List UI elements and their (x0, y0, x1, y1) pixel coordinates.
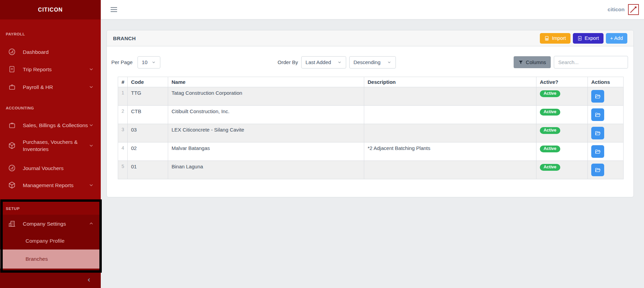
hamburger-icon[interactable] (111, 7, 117, 12)
column-header-name: Name (168, 77, 364, 87)
speedometer-icon (7, 164, 16, 172)
file-text-icon (7, 65, 16, 73)
sidebar-item-label: Trip Reports (23, 66, 52, 73)
sidebar-item-payroll-hr[interactable]: Payroll & HR (0, 78, 101, 96)
navbar-brand-text: citicon (608, 6, 625, 13)
status-badge: Active (540, 127, 560, 134)
sidebar-item-dashboard[interactable]: Dashboard (0, 43, 101, 61)
open-folder-button[interactable] (591, 108, 604, 121)
export-button[interactable]: Export (573, 33, 603, 44)
chevron-down-icon (337, 60, 342, 64)
section-label-setup-row: SETUP (0, 202, 101, 215)
sidebar-subitem-branches[interactable]: Branches (0, 249, 101, 269)
sidebar-item-purchases-vouchers-inventories[interactable]: Purchases, Vouchers & Inventories (0, 135, 101, 156)
cell-active: Active (536, 161, 588, 179)
per-page-label: Per Page (111, 59, 133, 65)
building-icon (7, 219, 16, 228)
column-header-number: # (118, 77, 128, 87)
sidebar-item-company-settings[interactable]: Company Settings (0, 215, 101, 232)
sidebar: CITICON PAYROLL Dashboard Trip Reports P… (0, 0, 101, 288)
cell-actions (588, 161, 624, 179)
order-by-select[interactable]: Last Added (301, 56, 346, 69)
sidebar-item-label: Payroll & HR (23, 84, 53, 91)
chevron-down-icon (88, 143, 94, 148)
page-title: BRANCH (113, 35, 136, 41)
status-badge: Active (540, 90, 560, 97)
main-area: citicon BRANCH Impo (101, 0, 644, 288)
cell-name: Tatag Construction Corporation (168, 87, 364, 106)
open-folder-button[interactable] (591, 90, 604, 103)
sidebar-subitem-label: Branches (26, 256, 48, 262)
cube-icon (7, 141, 16, 150)
cell-description (364, 161, 536, 179)
top-navbar: citicon (101, 0, 644, 19)
chevron-left-icon[interactable] (86, 277, 92, 283)
add-button-label: + Add (610, 35, 623, 41)
table-row: 3 03 LEX Citiconcrete - Silang Cavite Ac… (118, 124, 624, 142)
wallet-icon (7, 83, 16, 91)
export-button-label: Export (585, 35, 599, 41)
card-header: BRANCH Import (107, 30, 633, 46)
cell-code: 03 (128, 124, 168, 142)
chevron-down-icon (88, 182, 94, 188)
row-number: 3 (118, 124, 128, 142)
import-button[interactable]: Import (540, 33, 570, 44)
chevron-down-icon (88, 84, 94, 90)
per-page-select[interactable]: 10 (138, 56, 160, 69)
order-direction-value: Descending (354, 59, 381, 65)
chevron-down-icon (88, 122, 94, 128)
column-header-actions: Actions (588, 77, 624, 87)
speedometer-icon (7, 48, 16, 56)
row-number: 5 (118, 161, 128, 179)
cell-code: CTB (128, 106, 168, 124)
sidebar-item-label: Purchases, Vouchers & Inventories (23, 138, 78, 153)
branch-card: BRANCH Import (107, 30, 634, 197)
cell-name: Citibuilt Construction, Inc. (168, 106, 364, 124)
chevron-up-icon (88, 221, 94, 226)
open-folder-button[interactable] (591, 127, 604, 139)
sidebar-item-label: Company Settings (23, 220, 66, 227)
cell-code: 02 (128, 142, 168, 161)
cell-name: LEX Citiconcrete - Silang Cavite (168, 124, 364, 142)
card-body: Per Page 10 Order By Last Added (107, 46, 633, 197)
chevron-down-icon (88, 66, 94, 72)
table-row: 2 CTB Citibuilt Construction, Inc. Activ… (118, 106, 624, 124)
open-folder-button[interactable] (591, 145, 604, 158)
sidebar-subitem-company-profile[interactable]: Company Profile (0, 232, 101, 249)
sidebar-item-journal-vouchers[interactable]: Journal Vouchers (0, 159, 101, 177)
sidebar-subitem-label: Company Profile (26, 238, 65, 244)
cell-code: 01 (128, 161, 168, 179)
column-header-description: Description (364, 77, 536, 87)
sidebar-item-label: Management Reports (23, 182, 74, 189)
sidebar-item-management-reports[interactable]: Management Reports (0, 176, 101, 194)
cell-name: Malvar Batangas (168, 142, 364, 161)
cell-description (364, 106, 536, 124)
citicon-logo[interactable] (628, 4, 639, 15)
columns-button[interactable]: Columns (514, 56, 551, 68)
column-header-active: Active? (536, 77, 588, 87)
order-by-label: Order By (278, 59, 298, 65)
order-direction-select[interactable]: Descending (349, 56, 396, 69)
status-badge: Active (540, 146, 560, 152)
cell-name: Binan Laguna (168, 161, 364, 179)
per-page-value: 10 (142, 59, 148, 65)
add-button[interactable]: + Add (606, 33, 628, 44)
cell-actions (588, 124, 624, 142)
section-label-payroll: PAYROLL (6, 32, 25, 36)
funnel-icon (518, 60, 523, 65)
cell-description (364, 87, 536, 106)
row-number: 1 (118, 87, 128, 106)
file-arrow-down-icon (577, 36, 582, 41)
columns-button-label: Columns (526, 59, 546, 65)
cell-code: TTG (128, 87, 168, 106)
row-number: 2 (118, 106, 128, 124)
sidebar-item-trip-reports[interactable]: Trip Reports (0, 60, 101, 78)
sidebar-brand: CITICON (0, 0, 101, 19)
open-folder-button[interactable] (591, 164, 604, 176)
chevron-down-icon (387, 60, 391, 64)
cell-active: Active (536, 87, 588, 106)
sidebar-item-sales-billings-collections[interactable]: Sales, Billings & Collections (0, 116, 101, 134)
cell-actions (588, 106, 624, 124)
search-input[interactable] (554, 56, 628, 69)
cell-actions (588, 87, 624, 106)
